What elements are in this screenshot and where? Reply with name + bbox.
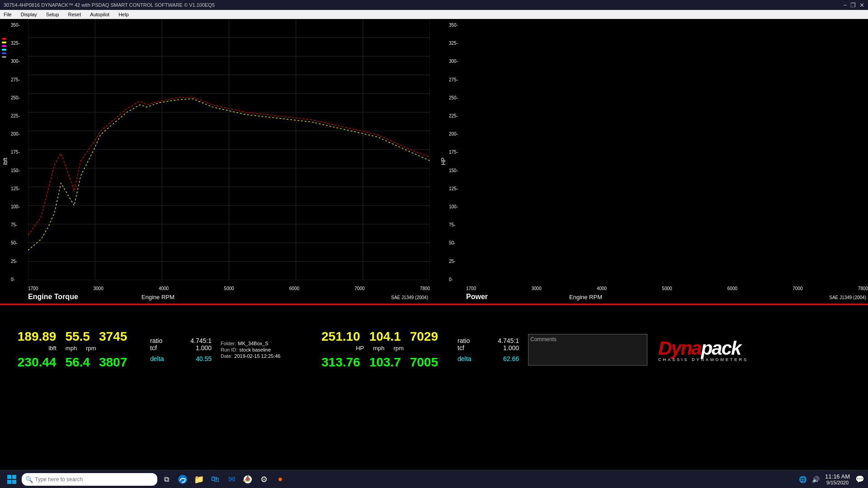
windows-icon (7, 475, 16, 484)
clock[interactable]: 11:16 AM 9/15/2020 (825, 473, 850, 485)
mail-button[interactable]: ✉ (224, 472, 239, 487)
torque-delta-label: delta (150, 355, 164, 362)
app7-button[interactable]: ⚙ (257, 472, 271, 487)
y-tick: 25- (449, 259, 466, 264)
folder-val: MK_34Box_S (238, 341, 268, 346)
y-tick: 25- (11, 259, 28, 264)
power-tcf-label: tcf (458, 344, 464, 352)
date-label: Date: (221, 353, 232, 359)
minimize-button[interactable]: − (843, 2, 847, 9)
taskbar-right: 🌐 🔊 11:16 AM 9/15/2020 💬 (799, 473, 864, 485)
edge-icon[interactable] (175, 472, 190, 487)
torque-val3-green: 3807 (99, 355, 127, 370)
taskbar-search-box[interactable]: 🔍 (22, 473, 157, 486)
left-y-axis-label: lbft (2, 158, 9, 165)
right-chart: HP 350- 325- 300- 275- 250- 225- 200- 17… (438, 19, 868, 304)
store-button[interactable]: 🛍 (208, 472, 222, 487)
mail-icon: ✉ (228, 474, 235, 484)
y-tick: 125- (11, 186, 28, 191)
menu-setup[interactable]: Setup (44, 11, 61, 18)
torque-val1-yellow: 189.89 (18, 329, 57, 344)
start-button[interactable] (4, 471, 20, 488)
volume-icon: 🔊 (812, 476, 820, 483)
menu-reset[interactable]: Reset (66, 11, 83, 18)
y-tick: 275- (11, 77, 28, 82)
menubar: File Display Setup Reset Autopilot Help (0, 10, 868, 19)
y-tick: 75- (449, 222, 466, 227)
task-view-icon: ⧉ (164, 475, 169, 483)
app7-icon: ⚙ (260, 474, 268, 484)
right-chart-title: Power (466, 293, 488, 301)
menu-help[interactable]: Help (117, 11, 131, 18)
power-val2-yellow: 104.1 (369, 329, 401, 344)
window-controls[interactable]: − ❐ ✕ (843, 2, 864, 9)
torque-tcf-label: tcf (150, 344, 157, 352)
task-view-button[interactable]: ⧉ (159, 472, 174, 487)
power-unit3: rpm (393, 345, 403, 352)
store-icon: 🛍 (211, 474, 219, 484)
power-val3-yellow: 7029 (410, 329, 438, 344)
y-tick: 100- (11, 204, 28, 209)
restore-button[interactable]: ❐ (850, 2, 856, 9)
app8-icon: ● (278, 474, 283, 484)
left-x-label: Engine RPM (142, 294, 175, 300)
y-tick: 200- (449, 131, 466, 136)
date-display: 9/15/2020 (825, 480, 850, 485)
dynapack-logo: Dynapack CHASSIS DYNAMOMETERS (658, 338, 748, 362)
x-tick: 7000 (793, 286, 802, 291)
x-tick: 6000 (727, 286, 737, 291)
y-tick: 50- (449, 240, 466, 245)
legend-gray (2, 56, 6, 58)
chrome-icon (243, 475, 252, 484)
logo-section: Dynapack CHASSIS DYNAMOMETERS (651, 305, 755, 394)
menu-autopilot[interactable]: Autopilot (88, 11, 111, 18)
search-input[interactable] (35, 476, 148, 483)
folder-section: Folder: MK_34Box_S Run ID: stock baselin… (217, 305, 307, 394)
search-icon: 🔍 (25, 476, 33, 483)
torque-val3-yellow: 3745 (99, 329, 127, 344)
y-tick: 0- (449, 277, 466, 282)
y-tick: 200- (11, 131, 28, 136)
file-explorer-icon: 📁 (194, 474, 204, 484)
y-tick: 50- (11, 240, 28, 245)
comments-box[interactable]: Comments (528, 334, 647, 366)
y-tick: 100- (449, 204, 466, 209)
notifications-icon[interactable]: 💬 (855, 475, 864, 483)
app8-button[interactable]: ● (273, 472, 288, 487)
taskbar: 🔍 ⧉ 📁 🛍 ✉ ⚙ ● (0, 470, 868, 488)
edge-browser-icon (178, 474, 188, 484)
torque-unit3: rpm (86, 345, 96, 352)
chrome-button[interactable] (241, 472, 255, 487)
close-button[interactable]: ✕ (859, 2, 864, 9)
logo-text-pack: pack (701, 338, 741, 359)
left-chart: lbft 350- 325- 300- 275- 250- 225- 200- … (0, 19, 430, 304)
date-val: 2019-02-15 12:25:46 (234, 353, 280, 359)
legend-cyan (2, 49, 6, 51)
y-tick: 225- (11, 113, 28, 118)
titlebar: 30754-4HP0816 DYNAPACK™ 42 with PSDAQ SM… (0, 0, 868, 10)
menu-display[interactable]: Display (19, 11, 39, 18)
torque-val2-green: 56.4 (65, 355, 90, 370)
comments-section: Comments (524, 305, 651, 394)
x-tick: 1700 (28, 286, 38, 291)
runid-val: stock baseline (239, 347, 271, 352)
x-tick: 4000 (597, 286, 607, 291)
y-tick: 325- (11, 41, 28, 46)
power-val1-yellow: 251.10 (321, 329, 360, 344)
power-ratio-val: 4.745:1 (498, 337, 519, 344)
runid-label: Run ID: (221, 347, 237, 352)
x-tick: 7800 (858, 286, 868, 291)
y-tick: 175- (11, 150, 28, 155)
y-tick: 125- (449, 186, 466, 191)
y-tick: 75- (11, 222, 28, 227)
y-tick: 275- (449, 77, 466, 82)
data-bar: 189.89 55.5 3745 lbft mph rpm 230.44 56.… (0, 304, 868, 394)
menu-file[interactable]: File (2, 11, 14, 18)
file-explorer-button[interactable]: 📁 (192, 472, 206, 487)
y-tick: 150- (11, 168, 28, 173)
power-unit2: mph (373, 345, 384, 352)
logo-text-dy: Dyna (658, 338, 701, 359)
torque-tcf-val: 1.000 (196, 344, 212, 352)
torque-ratio-val: 4.745:1 (190, 337, 212, 344)
y-tick: 225- (449, 113, 466, 118)
